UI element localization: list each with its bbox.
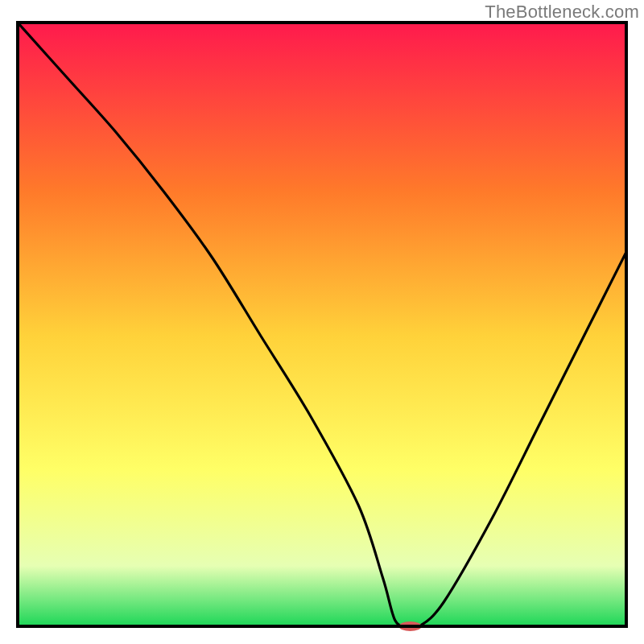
gradient-background	[18, 23, 626, 626]
bottleneck-chart	[0, 0, 644, 644]
plot-area	[18, 23, 626, 631]
watermark-text: TheBottleneck.com	[485, 2, 639, 23]
chart-container: { "watermark": "TheBottleneck.com", "cha…	[0, 0, 644, 644]
